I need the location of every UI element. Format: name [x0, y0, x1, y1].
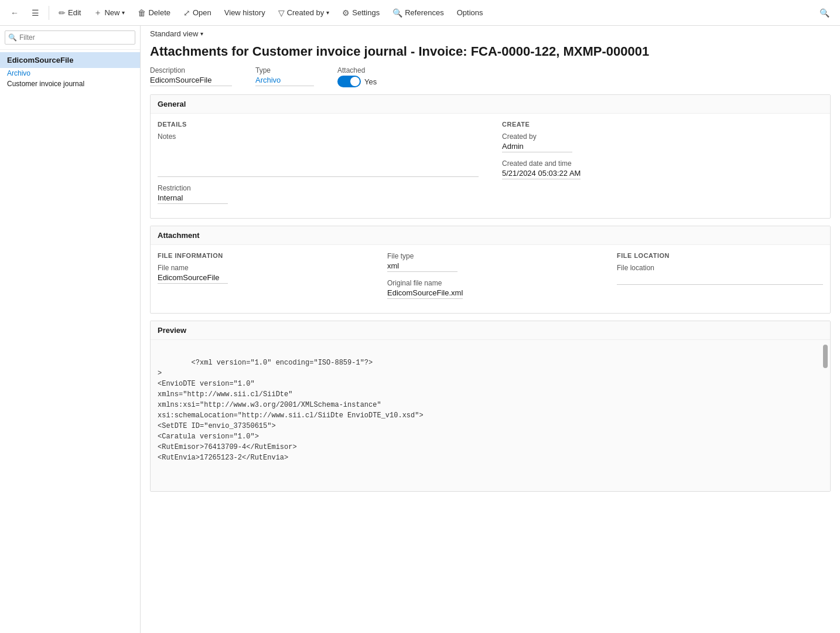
created-by-field-label: Created by — [502, 132, 823, 141]
toolbar: ← ☰ ✏ Edit ＋ New ▾ 🗑 Delete ⤢ Open View … — [0, 0, 840, 26]
new-icon: ＋ — [94, 8, 102, 18]
attachment-cols: FILE INFORMATION File name EdicomSourceF… — [158, 252, 823, 306]
attached-label: Attached — [337, 66, 377, 74]
attachment-section-header: Attachment — [151, 226, 830, 245]
details-label: DETAILS — [158, 121, 479, 128]
attachment-section: Attachment FILE INFORMATION File name Ed… — [150, 226, 831, 314]
file-type-value: xml — [387, 261, 457, 272]
preview-section: Preview <?xml version="1.0" encoding="IS… — [150, 321, 831, 492]
created-by-button[interactable]: ▽ Created by ▾ — [272, 5, 336, 21]
search-toolbar-icon: 🔍 — [819, 8, 829, 18]
attachment-section-body: FILE INFORMATION File name EdicomSourceF… — [151, 245, 830, 313]
created-by-icon: ▽ — [278, 8, 285, 18]
type-value[interactable]: Archivo — [255, 76, 314, 86]
open-label: Open — [193, 8, 211, 17]
original-file-name-label: Original file name — [387, 279, 593, 287]
created-date-value: 5/21/2024 05:03:22 AM — [502, 169, 581, 179]
open-button[interactable]: ⤢ Open — [177, 5, 217, 21]
sidebar: 🔍 EdicomSourceFile Archivo Customer invo… — [0, 26, 141, 633]
description-field: Description EdicomSourceFile — [150, 66, 232, 86]
edit-button[interactable]: ✏ Edit — [53, 5, 87, 21]
preview-scrollbar[interactable] — [823, 345, 828, 368]
preview-section-header: Preview — [151, 321, 830, 340]
new-button[interactable]: ＋ New ▾ — [88, 4, 131, 22]
sidebar-subitem-journal: Customer invoice journal — [0, 79, 140, 89]
view-history-button[interactable]: View history — [218, 5, 271, 21]
delete-icon: 🗑 — [138, 8, 146, 18]
sidebar-search-icon: 🔍 — [8, 33, 17, 42]
preview-content: <?xml version="1.0" encoding="ISO-8859-1… — [158, 359, 424, 462]
file-info-col: FILE INFORMATION File name EdicomSourceF… — [158, 252, 364, 306]
created-by-field: Created by Admin — [502, 132, 823, 152]
general-section-body: DETAILS Notes Restriction Internal CREAT… — [151, 114, 830, 218]
file-location-value — [617, 273, 823, 285]
attached-toggle-wrap: Yes — [337, 76, 377, 87]
file-type-label: File type — [387, 252, 593, 260]
file-location-field: File location — [617, 264, 823, 285]
attached-toggle[interactable] — [337, 76, 361, 87]
edit-icon: ✏ — [59, 8, 66, 18]
notes-label: Notes — [158, 132, 479, 141]
type-label: Type — [255, 66, 314, 74]
view-history-label: View history — [224, 8, 265, 17]
divider-1 — [49, 6, 49, 20]
new-label: New — [104, 8, 119, 17]
notes-value[interactable] — [158, 142, 479, 177]
options-label: Options — [457, 8, 483, 17]
created-date-label: Created date and time — [502, 159, 823, 168]
type-field: Type Archivo — [255, 66, 314, 86]
hamburger-button[interactable]: ☰ — [26, 5, 45, 21]
content-area: Standard view ▾ Attachments for Customer… — [141, 26, 840, 633]
created-date-field: Created date and time 5/21/2024 05:03:22… — [502, 159, 823, 179]
references-label: References — [405, 8, 443, 17]
delete-button[interactable]: 🗑 Delete — [132, 5, 176, 21]
view-selector-chevron: ▾ — [200, 30, 203, 37]
general-details-col: DETAILS Notes Restriction Internal — [158, 121, 479, 211]
general-create-col: CREATE Created by Admin Created date and… — [502, 121, 823, 211]
notes-field: Notes — [158, 132, 479, 177]
restriction-label: Restriction — [158, 184, 479, 192]
settings-icon: ⚙ — [342, 8, 350, 18]
sidebar-item-group: EdicomSourceFile Archivo Customer invoic… — [0, 50, 140, 91]
delete-label: Delete — [148, 8, 170, 17]
preview-body[interactable]: <?xml version="1.0" encoding="ISO-8859-1… — [151, 340, 830, 491]
view-selector[interactable]: Standard view ▾ — [141, 26, 840, 42]
file-type-field: File type xml — [387, 252, 593, 272]
back-icon: ← — [11, 8, 19, 18]
created-by-value: Admin — [502, 142, 572, 152]
original-file-name-value: EdicomSourceFile.xml — [387, 288, 463, 299]
references-icon: 🔍 — [392, 8, 402, 18]
original-file-name-field: Original file name EdicomSourceFile.xml — [387, 279, 593, 299]
file-info-label: FILE INFORMATION — [158, 252, 364, 259]
file-location-label: FILE LOCATION — [617, 252, 823, 259]
restriction-value: Internal — [158, 193, 228, 204]
sidebar-item-title: EdicomSourceFile — [7, 56, 133, 64]
view-selector-label: Standard view — [150, 29, 198, 38]
sidebar-filter-input[interactable] — [5, 30, 135, 45]
page-title: Attachments for Customer invoice journal… — [141, 42, 840, 66]
file-location-col: FILE LOCATION File location — [617, 252, 823, 306]
file-name-value: EdicomSourceFile — [158, 273, 228, 284]
general-section: General DETAILS Notes Restriction Intern… — [150, 94, 831, 219]
general-section-header: General — [151, 95, 830, 114]
settings-button[interactable]: ⚙ Settings — [336, 5, 385, 21]
search-button[interactable]: 🔍 — [814, 5, 835, 21]
settings-label: Settings — [352, 8, 380, 17]
created-by-chevron: ▾ — [326, 9, 329, 16]
sidebar-item-edicom[interactable]: EdicomSourceFile — [0, 52, 140, 68]
main-layout: 🔍 EdicomSourceFile Archivo Customer invo… — [0, 26, 840, 633]
back-button[interactable]: ← — [5, 5, 25, 21]
attached-field: Attached Yes — [337, 66, 377, 87]
file-name-label: File name — [158, 264, 364, 272]
description-row: Description EdicomSourceFile Type Archiv… — [141, 66, 840, 94]
references-button[interactable]: 🔍 References — [387, 5, 449, 21]
sidebar-filter-area: 🔍 — [0, 26, 140, 50]
options-button[interactable]: Options — [451, 5, 489, 21]
description-value: EdicomSourceFile — [150, 76, 232, 86]
edit-label: Edit — [68, 8, 81, 17]
file-name-field: File name EdicomSourceFile — [158, 264, 364, 284]
hamburger-icon: ☰ — [32, 8, 39, 18]
sidebar-subitem-archivo[interactable]: Archivo — [0, 68, 140, 79]
file-location-field-label: File location — [617, 264, 823, 272]
created-by-label: Created by — [287, 8, 325, 17]
